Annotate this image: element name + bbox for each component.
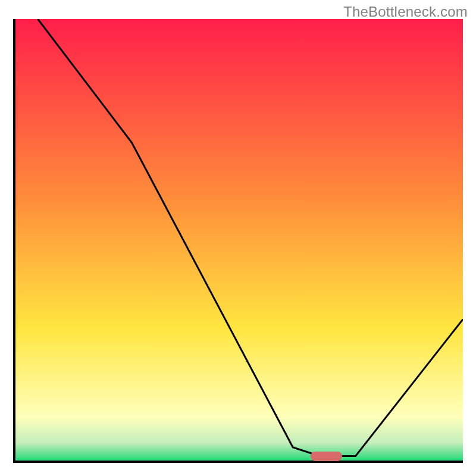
optimal-marker	[311, 452, 342, 461]
chart-container: TheBottleneck.com	[0, 0, 476, 476]
chart-plot	[15, 19, 463, 461]
watermark-text: TheBottleneck.com	[343, 4, 468, 20]
gradient-background	[15, 19, 463, 461]
